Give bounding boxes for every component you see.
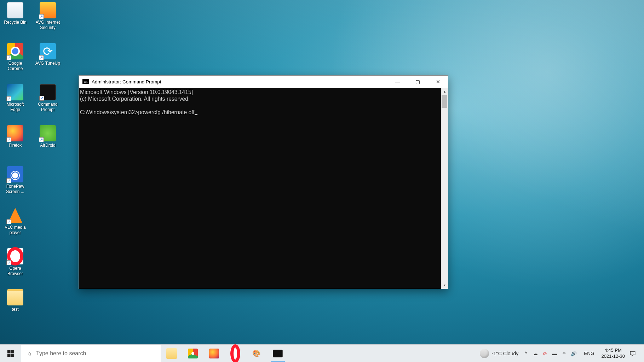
tray-security-icon[interactable]: ⊘ bbox=[542, 350, 548, 357]
scroll-down-icon[interactable]: ▾ bbox=[441, 282, 448, 289]
search-placeholder: Type here to search bbox=[36, 350, 86, 357]
terminal-prompt: C:\Windows\system32> bbox=[80, 109, 138, 115]
opera-icon: ↗ bbox=[7, 248, 23, 264]
taskbar-item-command-prompt[interactable] bbox=[267, 345, 288, 362]
icon-label: AVG TuneUp bbox=[34, 61, 62, 66]
recycle-bin-icon bbox=[7, 2, 23, 18]
minimize-button[interactable]: — bbox=[387, 76, 408, 88]
icon-label: Firefox bbox=[1, 143, 29, 148]
desktop-icon-google-chrome[interactable]: ↗ Google Chrome bbox=[2, 43, 28, 71]
weather-widget[interactable]: -1°C Cloudy bbox=[480, 349, 519, 358]
tuneup-icon: ⟳↗ bbox=[40, 43, 56, 59]
taskbar-clock[interactable]: 4:45 PM 2021-12-30 bbox=[602, 348, 625, 359]
folder-icon bbox=[7, 289, 23, 305]
taskbar-spacer bbox=[288, 345, 480, 362]
close-button[interactable]: ✕ bbox=[428, 76, 448, 88]
desktop-icon-microsoft-edge[interactable]: ↗ Microsoft Edge bbox=[2, 84, 28, 112]
icon-label: Recycle Bin bbox=[1, 20, 29, 25]
scrollbar-track[interactable] bbox=[441, 95, 448, 282]
icon-label: Google Chrome bbox=[1, 61, 29, 71]
icon-label: VLC media player bbox=[1, 225, 29, 235]
start-button[interactable] bbox=[0, 345, 21, 362]
shortcut-overlay-icon: ↗ bbox=[6, 137, 11, 142]
opera-icon bbox=[230, 349, 240, 358]
search-box[interactable]: ⌕ Type here to search bbox=[21, 345, 161, 362]
avg-icon: ↗ bbox=[40, 2, 56, 18]
scroll-up-icon[interactable]: ▴ bbox=[441, 88, 448, 95]
desktop-icon-opera[interactable]: ↗ Opera Browser bbox=[2, 248, 28, 276]
window-titlebar[interactable]: C:\ Administrator: Command Prompt — ▢ ✕ bbox=[79, 76, 448, 88]
svg-rect-0 bbox=[7, 350, 10, 353]
shortcut-overlay-icon: ↗ bbox=[6, 260, 11, 265]
shortcut-overlay-icon: ↗ bbox=[6, 55, 11, 60]
terminal-command: powercfg /hibernate off bbox=[138, 109, 194, 115]
weather-cloud-icon bbox=[480, 349, 489, 358]
icon-label: test bbox=[1, 307, 29, 312]
terminal-line: (c) Microsoft Corporation. All rights re… bbox=[80, 96, 190, 102]
desktop-icon-fonepaw[interactable]: ◉↗ FonePaw Screen ... bbox=[2, 166, 28, 194]
maximize-button[interactable]: ▢ bbox=[408, 76, 428, 88]
search-icon: ⌕ bbox=[28, 350, 31, 357]
icon-label: FonePaw Screen ... bbox=[1, 184, 29, 194]
shortcut-overlay-icon: ↗ bbox=[6, 219, 11, 224]
firefox-icon bbox=[209, 349, 219, 358]
taskbar-item-file-explorer[interactable] bbox=[161, 345, 182, 362]
shortcut-overlay-icon: ↗ bbox=[39, 14, 44, 19]
window-title: Administrator: Command Prompt bbox=[92, 79, 387, 84]
desktop-icon-avg-internet-security[interactable]: ↗ AVG Internet Security bbox=[35, 2, 61, 30]
tray-onedrive-icon[interactable]: ☁ bbox=[532, 350, 539, 357]
icon-label: AirDroid bbox=[34, 143, 62, 148]
shortcut-overlay-icon: ↗ bbox=[6, 96, 11, 101]
chrome-icon bbox=[188, 349, 198, 358]
terminal-text[interactable]: Microsoft Windows [Version 10.0.19043.14… bbox=[79, 88, 441, 289]
icon-label: Microsoft Edge bbox=[1, 102, 29, 112]
language-indicator[interactable]: ENG bbox=[584, 351, 594, 356]
airdroid-icon: ↗ bbox=[40, 125, 56, 141]
shortcut-overlay-icon: ↗ bbox=[39, 96, 44, 101]
terminal-line: Microsoft Windows [Version 10.0.19043.14… bbox=[80, 89, 193, 95]
terminal-body[interactable]: Microsoft Windows [Version 10.0.19043.14… bbox=[79, 88, 448, 289]
tray-overflow-icon[interactable]: ^ bbox=[523, 350, 529, 357]
scrollbar-thumb[interactable] bbox=[442, 95, 447, 108]
taskbar-item-paint[interactable]: 🎨 bbox=[246, 345, 267, 362]
desktop-icon-vlc[interactable]: ↗ VLC media player bbox=[2, 207, 28, 235]
desktop-icon-test-folder[interactable]: test bbox=[2, 289, 28, 312]
tray-battery-icon[interactable]: ▬ bbox=[551, 350, 558, 357]
taskbar-item-opera[interactable] bbox=[225, 345, 246, 362]
desktop-icon-avg-tuneup[interactable]: ⟳↗ AVG TuneUp bbox=[35, 43, 61, 66]
taskbar-pinned-apps: 🎨 bbox=[161, 345, 288, 362]
svg-rect-3 bbox=[11, 354, 14, 357]
vertical-scrollbar[interactable]: ▴ ▾ bbox=[441, 88, 448, 289]
cmd-icon: ↗ bbox=[40, 84, 56, 100]
fonepaw-icon: ◉↗ bbox=[7, 166, 23, 182]
desktop[interactable]: Recycle Bin ↗ Google Chrome ↗ Microsoft … bbox=[0, 0, 644, 348]
system-tray: -1°C Cloudy ^ ☁ ⊘ ▬ ⌔ 🔊 ENG 4:45 PM 2021… bbox=[480, 345, 644, 362]
icon-label: Opera Browser bbox=[1, 266, 29, 276]
command-prompt-window[interactable]: C:\ Administrator: Command Prompt — ▢ ✕ … bbox=[79, 75, 448, 289]
cmd-icon bbox=[273, 350, 283, 357]
taskbar-item-chrome[interactable] bbox=[182, 345, 203, 362]
desktop-icon-recycle-bin[interactable]: Recycle Bin bbox=[2, 2, 28, 25]
edge-icon: ↗ bbox=[7, 84, 23, 100]
firefox-icon: ↗ bbox=[7, 125, 23, 141]
weather-text: -1°C Cloudy bbox=[492, 351, 519, 356]
taskbar: ⌕ Type here to search 🎨 -1°C Cloudy ^ ☁ … bbox=[0, 344, 644, 362]
clock-date: 2021-12-30 bbox=[602, 354, 625, 359]
file-explorer-icon bbox=[166, 348, 177, 359]
vlc-icon: ↗ bbox=[7, 207, 23, 223]
windows-logo-icon bbox=[7, 350, 15, 357]
paint-icon: 🎨 bbox=[251, 348, 262, 359]
desktop-icon-command-prompt[interactable]: ↗ Command Prompt bbox=[35, 84, 61, 112]
taskbar-item-firefox[interactable] bbox=[203, 345, 225, 362]
tray-wifi-icon[interactable]: ⌔ bbox=[561, 350, 567, 357]
icon-label: Command Prompt bbox=[34, 102, 62, 112]
svg-rect-2 bbox=[7, 354, 10, 357]
tray-volume-icon[interactable]: 🔊 bbox=[570, 350, 577, 357]
desktop-icon-firefox[interactable]: ↗ Firefox bbox=[2, 125, 28, 148]
shortcut-overlay-icon: ↗ bbox=[39, 137, 44, 142]
desktop-icon-airdroid[interactable]: ↗ AirDroid bbox=[35, 125, 61, 148]
icon-label: AVG Internet Security bbox=[34, 20, 62, 30]
action-center-button[interactable] bbox=[628, 350, 637, 357]
terminal-cursor bbox=[195, 114, 197, 115]
svg-rect-1 bbox=[11, 350, 14, 353]
